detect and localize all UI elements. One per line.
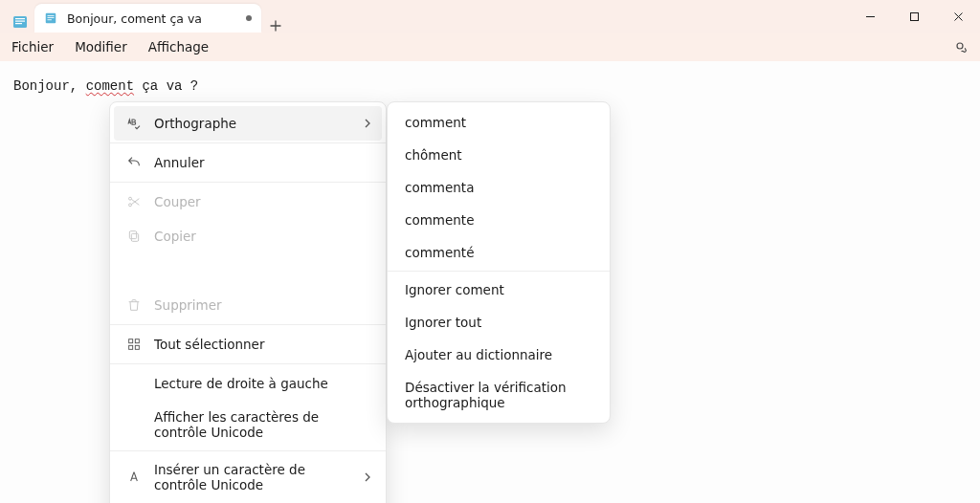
svg-point-10 [129, 204, 132, 207]
editor-text-post: ça va ? [134, 78, 198, 94]
ctx-show-unicode[interactable]: Afficher les caractères de contrôle Unic… [110, 401, 386, 448]
tab-active[interactable]: Bonjour, coment ça va [34, 4, 261, 33]
suggestion-item[interactable]: commente [388, 204, 610, 236]
svg-rect-7 [48, 19, 52, 20]
context-menu: Orthographe Annuler Couper Copier Suppri… [109, 101, 387, 503]
select-all-icon [125, 337, 143, 352]
undo-icon [125, 155, 143, 170]
svg-point-9 [129, 197, 132, 200]
suggestion-item[interactable]: chôment [388, 139, 610, 171]
suggestion-item[interactable]: comment [388, 106, 610, 139]
minimize-button[interactable] [848, 0, 892, 33]
add-to-dictionary[interactable]: Ajouter au dictionnaire [388, 339, 610, 371]
new-tab-button[interactable] [261, 19, 290, 33]
ctx-select-all[interactable]: Tout sélectionner [110, 327, 386, 361]
svg-rect-14 [135, 339, 139, 343]
menu-edit[interactable]: Modifier [75, 39, 127, 55]
svg-rect-1 [15, 18, 25, 19]
svg-rect-6 [48, 17, 55, 18]
close-button[interactable] [936, 0, 980, 33]
trash-icon [125, 297, 143, 313]
separator [110, 182, 386, 183]
svg-rect-11 [131, 233, 138, 241]
menu-view[interactable]: Affichage [148, 39, 209, 55]
ctx-undo[interactable]: Annuler [110, 145, 386, 180]
svg-rect-0 [13, 16, 27, 28]
separator [110, 363, 386, 364]
spelling-submenu: comment chôment commenta commente commen… [387, 101, 611, 424]
disable-spellcheck[interactable]: Désactiver la vérification orthographiqu… [388, 371, 610, 419]
close-icon [953, 11, 964, 22]
separator [388, 271, 610, 272]
svg-rect-15 [129, 345, 133, 349]
ctx-rtl[interactable]: Lecture de droite à gauche [110, 366, 386, 401]
ignore-all[interactable]: Ignorer tout [388, 306, 610, 339]
suggestion-item[interactable]: commenté [388, 236, 610, 269]
tab-strip: Bonjour, coment ça va [0, 0, 290, 33]
suggestion-item[interactable]: commenta [388, 171, 610, 204]
spellcheck-icon [125, 116, 143, 131]
separator [110, 324, 386, 325]
ignore-once[interactable]: Ignorer coment [388, 273, 610, 306]
document-icon [44, 11, 57, 25]
app-icon [10, 11, 31, 33]
ctx-delete: Supprimer [110, 288, 386, 322]
svg-rect-13 [129, 339, 133, 343]
ctx-paste [110, 253, 386, 288]
maximize-button[interactable] [892, 0, 936, 33]
svg-rect-16 [135, 345, 139, 349]
plus-icon [269, 19, 282, 33]
maximize-icon [909, 11, 920, 22]
minimize-icon [865, 11, 876, 22]
svg-rect-12 [129, 231, 136, 239]
insert-char-icon [125, 470, 143, 485]
tab-title: Bonjour, coment ça va [67, 11, 202, 26]
separator [110, 450, 386, 451]
svg-rect-8 [910, 12, 918, 20]
ctx-spelling[interactable]: Orthographe [114, 106, 382, 141]
editor-text-misspelled: coment [86, 78, 134, 94]
ctx-cut: Couper [110, 185, 386, 219]
svg-rect-5 [48, 15, 55, 16]
chevron-right-icon [363, 470, 372, 485]
gear-icon [951, 37, 969, 55]
separator [110, 142, 386, 143]
ctx-copy: Copier [110, 219, 386, 253]
ctx-insert-unicode[interactable]: Insérer un caractère de contrôle Unicode [110, 453, 386, 501]
titlebar: Bonjour, coment ça va [0, 0, 980, 33]
menu-file[interactable]: Fichier [11, 39, 54, 55]
editor-text-pre: Bonjour, [13, 78, 86, 94]
copy-icon [125, 229, 143, 244]
settings-button[interactable] [951, 37, 969, 57]
unsaved-indicator-icon [246, 15, 252, 21]
menubar: Fichier Modifier Affichage [0, 33, 980, 61]
svg-rect-2 [15, 21, 25, 22]
svg-rect-3 [15, 23, 22, 24]
chevron-right-icon [363, 116, 372, 131]
scissors-icon [125, 194, 143, 209]
window-controls [848, 0, 980, 33]
